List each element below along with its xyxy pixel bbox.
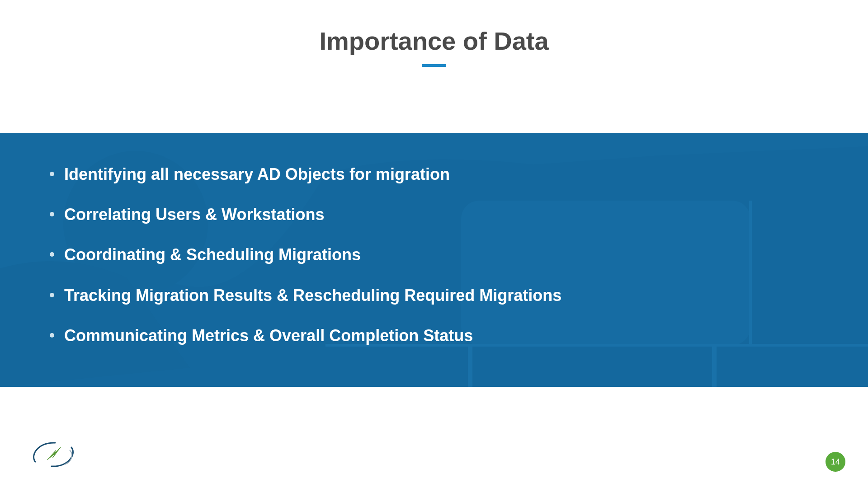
band-content: Identifying all necessary AD Objects for… [0,133,868,345]
bullet-item: Communicating Metrics & Overall Completi… [50,326,818,345]
bullet-text: Identifying all necessary AD Objects for… [64,164,450,184]
bullet-dot-icon [50,172,54,176]
content-band: Identifying all necessary AD Objects for… [0,133,868,387]
company-logo [26,436,80,473]
bullet-item: Identifying all necessary AD Objects for… [50,164,818,184]
bullet-dot-icon [50,252,54,257]
bullet-text: Communicating Metrics & Overall Completi… [64,326,473,345]
slide-title: Importance of Data [0,26,868,56]
bullet-item: Coordinating & Scheduling Migrations [50,245,818,264]
slide: Importance of Data Identifying all neces… [0,0,868,488]
bullet-dot-icon [50,293,54,297]
page-number-badge: 14 [826,452,845,472]
bullet-text: Coordinating & Scheduling Migrations [64,245,361,264]
bullet-text: Tracking Migration Results & Reschedulin… [64,286,561,305]
page-number: 14 [831,457,840,467]
bullet-list: Identifying all necessary AD Objects for… [50,164,818,345]
bullet-dot-icon [50,212,54,216]
bullet-dot-icon [50,333,54,338]
bullet-item: Tracking Migration Results & Reschedulin… [50,286,818,305]
title-underline [422,64,446,67]
bullet-item: Correlating Users & Workstations [50,205,818,224]
bullet-text: Correlating Users & Workstations [64,205,324,224]
